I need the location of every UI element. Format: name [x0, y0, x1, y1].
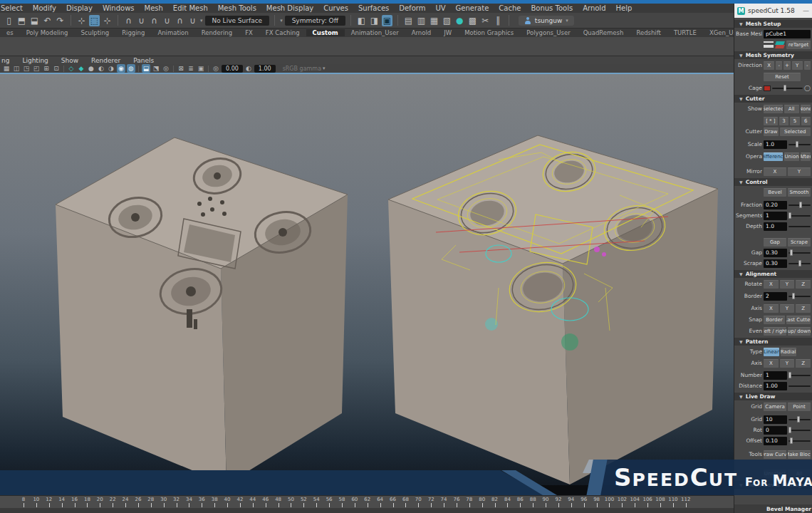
menu-item[interactable]: Generate — [451, 4, 494, 12]
panel-button[interactable]: Y — [780, 304, 795, 313]
screen-space-ao-icon[interactable]: ◉ — [117, 64, 125, 73]
isolate-select-icon[interactable]: ⬓ — [142, 64, 150, 73]
colorspace-dropdown[interactable]: sRGB gamma — [283, 66, 321, 72]
panel-slider[interactable] — [788, 296, 811, 297]
viewport-canvas[interactable]: persp — [0, 74, 734, 495]
panel-slider[interactable] — [788, 430, 811, 431]
wireframe-icon[interactable]: ◇ — [67, 64, 76, 73]
panel-slider[interactable] — [788, 419, 811, 420]
shelf-tab[interactable]: Sculpting — [74, 29, 115, 36]
viewport-model-shaded-cube[interactable] — [56, 138, 348, 484]
panel-value-field[interactable]: 0.20 — [764, 201, 787, 209]
panel-button[interactable]: Y — [788, 167, 811, 176]
snap-point-icon[interactable]: ∩ — [149, 15, 160, 26]
hypershade-icon[interactable]: ▩ — [467, 15, 478, 26]
panel-slider[interactable] — [788, 144, 811, 145]
panel-button[interactable]: 5 — [790, 117, 799, 125]
slider-handle[interactable] — [799, 202, 802, 208]
menu-item[interactable]: Display — [61, 4, 98, 12]
panel-button[interactable]: Z — [796, 359, 811, 368]
slider-handle[interactable] — [798, 260, 801, 266]
panel-button[interactable]: reTarget — [786, 41, 811, 49]
slider-handle[interactable] — [790, 249, 793, 256]
film-gate-icon[interactable]: ◫ — [12, 64, 21, 73]
chevron-down-icon[interactable]: ▾ — [280, 18, 283, 24]
menu-item[interactable]: Windows — [98, 4, 140, 12]
exposure-value[interactable]: 0.00 — [222, 65, 243, 73]
panel-button[interactable]: Make Block — [788, 450, 811, 459]
shelf-tab[interactable]: Animation_User — [345, 29, 405, 36]
pause-viewport-icon[interactable]: ‖ — [493, 15, 504, 26]
list-menu-icon[interactable] — [764, 41, 774, 48]
panel-slider[interactable] — [772, 88, 803, 89]
shelf-tab[interactable]: Rendering — [195, 29, 239, 36]
menu-item[interactable]: Arnold — [578, 4, 610, 12]
shaded-mode-icon[interactable]: ◆ — [77, 64, 85, 73]
menu-item[interactable]: Mesh — [140, 4, 168, 12]
slider-handle[interactable] — [796, 141, 798, 147]
panel-section-header[interactable]: ▼Alignment — [734, 270, 812, 278]
shelf-tab[interactable]: es — [0, 29, 20, 36]
shelf-tab[interactable]: Custom — [306, 29, 345, 36]
menu-item[interactable]: Deform — [394, 4, 430, 12]
time-slider[interactable]: 8101214161820222426283032343638404244464… — [0, 495, 734, 508]
shelf-tab[interactable]: Arnold — [405, 29, 438, 36]
panel-button[interactable]: Union — [784, 152, 798, 161]
grid-toggle-icon[interactable]: ▦ — [2, 64, 11, 73]
cut-icon[interactable]: ✂ — [480, 15, 491, 26]
paint-select-icon[interactable]: ⊹ — [102, 15, 113, 26]
panel-slider[interactable] — [788, 263, 811, 264]
user-account-dropdown[interactable]: tsunguw ▾ — [519, 16, 574, 26]
panel-button[interactable]: Difference — [764, 152, 783, 161]
panel-button[interactable]: X — [764, 61, 774, 70]
image-plane-icon[interactable]: ▣ — [197, 64, 205, 73]
panel-button[interactable]: Z — [796, 304, 811, 313]
undo-icon[interactable]: ↶ — [42, 15, 53, 26]
menu-item[interactable]: Select — [0, 4, 28, 12]
chevron-down-icon[interactable]: ▾ — [200, 18, 203, 24]
panel-button[interactable]: Y — [792, 61, 803, 70]
xray-icon[interactable]: ⬔ — [152, 64, 160, 73]
panel-value-field[interactable]: 1.0 — [764, 222, 787, 231]
panel-value-field[interactable]: 1.0 — [764, 140, 787, 149]
panel-button[interactable]: Gap — [764, 238, 786, 247]
motion-blur-icon[interactable]: ◍ — [127, 64, 135, 73]
menu-item[interactable]: Bonus Tools — [526, 4, 578, 12]
panel-value-field[interactable]: 0 — [764, 426, 787, 435]
panel-button[interactable]: Smooth — [788, 188, 811, 197]
panel-value-field[interactable]: 2 — [764, 292, 787, 301]
menu-item[interactable]: Mesh Tools — [213, 4, 261, 12]
panel-slider[interactable] — [788, 252, 811, 254]
panel-button[interactable]: X — [764, 280, 779, 289]
live-surface-field[interactable]: No Live Surface — [205, 16, 270, 26]
textured-mode-icon[interactable]: ● — [87, 64, 95, 73]
panel-button[interactable]: X — [764, 304, 779, 313]
panel-button[interactable]: [ * ] — [764, 117, 778, 125]
panel-button[interactable]: Z — [796, 280, 811, 289]
viewport-menu-item[interactable]: Show — [55, 57, 85, 64]
menu-item[interactable]: Edit Mesh — [168, 4, 213, 12]
ipr-render-icon[interactable]: ▧ — [442, 15, 452, 26]
shelf-tab[interactable]: Rigging — [115, 29, 151, 36]
save-scene-icon[interactable]: ⬓ — [29, 15, 40, 26]
panel-button[interactable]: Point — [788, 403, 811, 411]
panel-button[interactable]: 6 — [801, 117, 811, 125]
panel-button[interactable]: Radial — [781, 348, 796, 356]
panel-button[interactable]: 3 — [779, 117, 788, 125]
collapse-triangle-icon[interactable]: ▼ — [739, 96, 743, 101]
gate-mask-icon[interactable]: ◰ — [32, 64, 41, 73]
viewport-menu-item[interactable]: Panels — [127, 57, 160, 64]
render-frame-icon[interactable]: ▤ — [403, 15, 414, 26]
open-scene-icon[interactable]: ⬒ — [16, 15, 27, 26]
panel-button[interactable]: Selected — [764, 105, 783, 113]
camera-lock-icon[interactable]: ⊠ — [177, 64, 185, 73]
collapse-triangle-icon[interactable]: ▼ — [739, 180, 743, 185]
panel-button[interactable]: Y — [780, 280, 795, 289]
panel-button[interactable]: Linear — [764, 348, 779, 356]
make-live-icon[interactable]: ∪ — [187, 15, 198, 26]
panel-button[interactable]: Draw Curve — [764, 450, 786, 459]
shelf-tab[interactable]: Animation — [151, 29, 194, 36]
layers-icon[interactable] — [775, 41, 785, 48]
collapse-triangle-icon[interactable]: ▼ — [739, 271, 743, 276]
shelf-tab[interactable]: XGen_User — [703, 29, 734, 36]
